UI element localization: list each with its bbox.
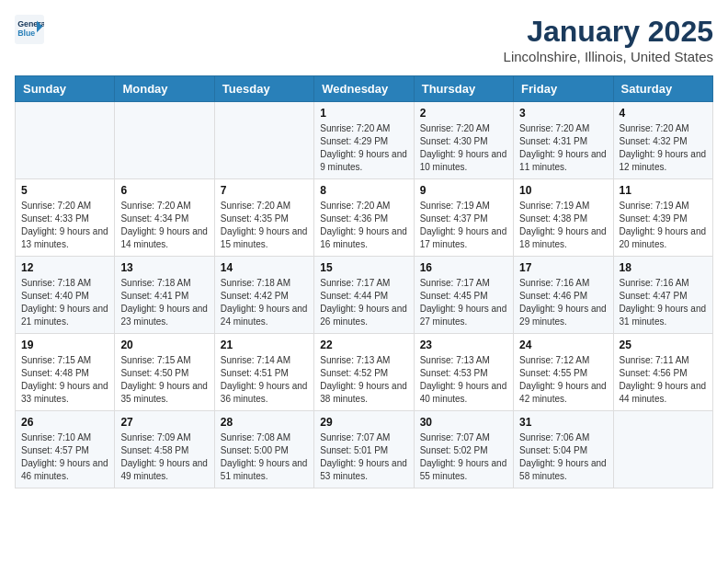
daylight-text: Daylight: 9 hours and 49 minutes. bbox=[120, 457, 208, 483]
day-info: Sunrise: 7:20 AMSunset: 4:35 PMDaylight:… bbox=[221, 200, 308, 251]
day-cell: 1Sunrise: 7:20 AMSunset: 4:29 PMDaylight… bbox=[314, 102, 414, 179]
daylight-text: Daylight: 9 hours and 38 minutes. bbox=[320, 380, 407, 406]
week-row-2: 5Sunrise: 7:20 AMSunset: 4:33 PMDaylight… bbox=[16, 179, 713, 257]
day-number: 21 bbox=[221, 339, 308, 351]
week-row-4: 19Sunrise: 7:15 AMSunset: 4:48 PMDayligh… bbox=[16, 334, 713, 411]
day-number: 30 bbox=[420, 416, 507, 429]
sunrise-text: Sunrise: 7:07 AM bbox=[320, 431, 407, 444]
day-number: 4 bbox=[620, 107, 707, 120]
day-cell: 17Sunrise: 7:16 AMSunset: 4:46 PMDayligh… bbox=[514, 257, 613, 334]
daylight-text: Daylight: 9 hours and 26 minutes. bbox=[320, 303, 407, 328]
sunrise-text: Sunrise: 7:12 AM bbox=[519, 354, 607, 367]
sunset-text: Sunset: 4:36 PM bbox=[320, 213, 407, 225]
daylight-text: Daylight: 9 hours and 46 minutes. bbox=[21, 457, 108, 483]
sunrise-text: Sunrise: 7:10 AM bbox=[21, 431, 108, 444]
day-info: Sunrise: 7:17 AMSunset: 4:44 PMDaylight:… bbox=[320, 277, 407, 328]
sunrise-text: Sunrise: 7:19 AM bbox=[519, 200, 607, 213]
sunset-text: Sunset: 4:37 PM bbox=[420, 213, 507, 225]
sunset-text: Sunset: 4:39 PM bbox=[620, 213, 707, 225]
sunset-text: Sunset: 4:32 PM bbox=[620, 135, 707, 148]
day-info: Sunrise: 7:15 AMSunset: 4:50 PMDaylight:… bbox=[120, 354, 208, 406]
calendar-table: Sunday Monday Tuesday Wednesday Thursday… bbox=[15, 75, 713, 488]
title-block: January 2025 Lincolnshire, Illinois, Uni… bbox=[504, 15, 713, 64]
sunset-text: Sunset: 4:40 PM bbox=[21, 290, 108, 303]
sunset-text: Sunset: 4:46 PM bbox=[519, 290, 607, 303]
sunset-text: Sunset: 4:41 PM bbox=[120, 290, 208, 303]
day-number: 15 bbox=[320, 261, 407, 274]
daylight-text: Daylight: 9 hours and 11 minutes. bbox=[519, 148, 607, 174]
daylight-text: Daylight: 9 hours and 10 minutes. bbox=[420, 148, 507, 174]
daylight-text: Daylight: 9 hours and 42 minutes. bbox=[519, 380, 607, 406]
day-cell: 26Sunrise: 7:10 AMSunset: 4:57 PMDayligh… bbox=[16, 411, 115, 488]
day-cell: 4Sunrise: 7:20 AMSunset: 4:32 PMDaylight… bbox=[613, 102, 712, 179]
page-header: General Blue January 2025 Lincolnshire, … bbox=[15, 15, 713, 64]
day-cell: 28Sunrise: 7:08 AMSunset: 5:00 PMDayligh… bbox=[214, 411, 313, 488]
sunset-text: Sunset: 4:38 PM bbox=[519, 213, 607, 225]
sunset-text: Sunset: 4:44 PM bbox=[320, 290, 407, 303]
day-number: 29 bbox=[320, 416, 407, 429]
sunset-text: Sunset: 4:33 PM bbox=[21, 213, 108, 225]
day-info: Sunrise: 7:17 AMSunset: 4:45 PMDaylight:… bbox=[420, 277, 507, 328]
sunrise-text: Sunrise: 7:18 AM bbox=[120, 277, 208, 290]
daylight-text: Daylight: 9 hours and 33 minutes. bbox=[21, 380, 108, 406]
day-number: 11 bbox=[620, 184, 707, 197]
sunrise-text: Sunrise: 7:20 AM bbox=[120, 200, 208, 213]
day-cell: 29Sunrise: 7:07 AMSunset: 5:01 PMDayligh… bbox=[314, 411, 414, 488]
day-info: Sunrise: 7:13 AMSunset: 4:53 PMDaylight:… bbox=[420, 354, 507, 406]
day-cell: 18Sunrise: 7:16 AMSunset: 4:47 PMDayligh… bbox=[613, 257, 712, 334]
day-info: Sunrise: 7:20 AMSunset: 4:34 PMDaylight:… bbox=[120, 200, 208, 251]
day-cell: 22Sunrise: 7:13 AMSunset: 4:52 PMDayligh… bbox=[314, 334, 414, 411]
sunset-text: Sunset: 5:00 PM bbox=[221, 444, 308, 457]
daylight-text: Daylight: 9 hours and 12 minutes. bbox=[620, 148, 707, 174]
sunrise-text: Sunrise: 7:13 AM bbox=[320, 354, 407, 367]
sunrise-text: Sunrise: 7:20 AM bbox=[420, 122, 507, 135]
daylight-text: Daylight: 9 hours and 36 minutes. bbox=[221, 380, 308, 406]
sunrise-text: Sunrise: 7:20 AM bbox=[620, 122, 707, 135]
sunset-text: Sunset: 4:35 PM bbox=[221, 213, 308, 225]
day-number: 28 bbox=[221, 416, 308, 429]
day-number: 19 bbox=[21, 339, 108, 351]
day-cell: 24Sunrise: 7:12 AMSunset: 4:55 PMDayligh… bbox=[514, 334, 613, 411]
sunrise-text: Sunrise: 7:07 AM bbox=[420, 431, 507, 444]
daylight-text: Daylight: 9 hours and 21 minutes. bbox=[21, 303, 108, 328]
day-number: 16 bbox=[420, 261, 507, 274]
sunset-text: Sunset: 4:51 PM bbox=[221, 367, 308, 380]
day-info: Sunrise: 7:10 AMSunset: 4:57 PMDaylight:… bbox=[21, 431, 108, 483]
logo: General Blue bbox=[15, 15, 44, 44]
day-info: Sunrise: 7:09 AMSunset: 4:58 PMDaylight:… bbox=[120, 431, 208, 483]
col-friday: Friday bbox=[514, 76, 613, 102]
sunrise-text: Sunrise: 7:19 AM bbox=[620, 200, 707, 213]
sunset-text: Sunset: 4:31 PM bbox=[519, 135, 607, 148]
day-info: Sunrise: 7:07 AMSunset: 5:02 PMDaylight:… bbox=[420, 431, 507, 483]
sunset-text: Sunset: 4:42 PM bbox=[221, 290, 308, 303]
sunset-text: Sunset: 4:47 PM bbox=[620, 290, 707, 303]
sunrise-text: Sunrise: 7:20 AM bbox=[320, 200, 407, 213]
day-info: Sunrise: 7:18 AMSunset: 4:41 PMDaylight:… bbox=[120, 277, 208, 328]
sunrise-text: Sunrise: 7:18 AM bbox=[21, 277, 108, 290]
sunset-text: Sunset: 4:56 PM bbox=[620, 367, 707, 380]
day-cell: 15Sunrise: 7:17 AMSunset: 4:44 PMDayligh… bbox=[314, 257, 414, 334]
day-cell: 5Sunrise: 7:20 AMSunset: 4:33 PMDaylight… bbox=[16, 179, 115, 257]
day-number: 1 bbox=[320, 107, 407, 120]
day-number: 14 bbox=[221, 261, 308, 274]
day-cell: 8Sunrise: 7:20 AMSunset: 4:36 PMDaylight… bbox=[314, 179, 414, 257]
day-cell: 9Sunrise: 7:19 AMSunset: 4:37 PMDaylight… bbox=[414, 179, 513, 257]
day-number: 22 bbox=[320, 339, 407, 351]
daylight-text: Daylight: 9 hours and 18 minutes. bbox=[519, 225, 607, 251]
week-row-3: 12Sunrise: 7:18 AMSunset: 4:40 PMDayligh… bbox=[16, 257, 713, 334]
svg-text:Blue: Blue bbox=[17, 29, 35, 38]
logo-icon: General Blue bbox=[15, 15, 44, 44]
daylight-text: Daylight: 9 hours and 35 minutes. bbox=[120, 380, 208, 406]
sunset-text: Sunset: 5:04 PM bbox=[519, 444, 607, 457]
day-cell: 14Sunrise: 7:18 AMSunset: 4:42 PMDayligh… bbox=[214, 257, 313, 334]
day-cell: 30Sunrise: 7:07 AMSunset: 5:02 PMDayligh… bbox=[414, 411, 513, 488]
sunset-text: Sunset: 5:02 PM bbox=[420, 444, 507, 457]
day-info: Sunrise: 7:08 AMSunset: 5:00 PMDaylight:… bbox=[221, 431, 308, 483]
sunset-text: Sunset: 4:29 PM bbox=[320, 135, 407, 148]
day-number: 8 bbox=[320, 184, 407, 197]
day-cell: 13Sunrise: 7:18 AMSunset: 4:41 PMDayligh… bbox=[115, 257, 214, 334]
day-number: 5 bbox=[21, 184, 108, 197]
day-number: 20 bbox=[120, 339, 208, 351]
day-number: 2 bbox=[420, 107, 507, 120]
sunset-text: Sunset: 4:34 PM bbox=[120, 213, 208, 225]
